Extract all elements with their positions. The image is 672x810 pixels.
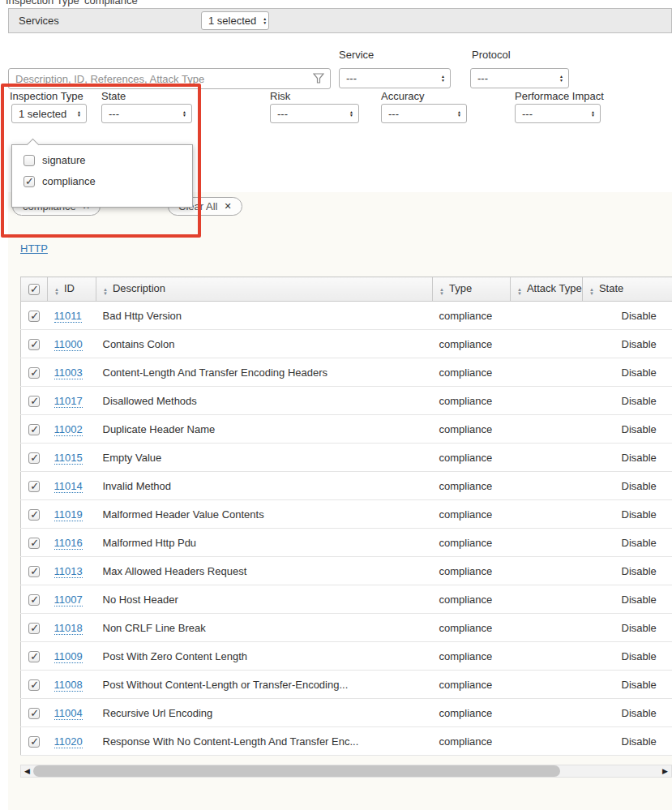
column-header-state[interactable]: State bbox=[583, 277, 672, 302]
section-link-http[interactable]: HTTP bbox=[20, 242, 48, 255]
row-checkbox[interactable] bbox=[28, 708, 40, 719]
row-checkbox[interactable] bbox=[28, 623, 40, 634]
row-checkbox[interactable] bbox=[28, 651, 40, 662]
row-id-link[interactable]: 11008 bbox=[54, 679, 83, 692]
row-checkbox[interactable] bbox=[28, 538, 40, 549]
row-checkbox[interactable] bbox=[28, 396, 40, 407]
inspection-type-select[interactable]: 1 selected bbox=[11, 104, 87, 123]
row-type: compliance bbox=[433, 358, 511, 387]
scroll-left-arrow-icon[interactable] bbox=[21, 765, 33, 777]
row-checkbox[interactable] bbox=[28, 509, 40, 521]
risk-select[interactable]: --- bbox=[270, 104, 359, 123]
row-id-cell: 11017 bbox=[48, 387, 96, 415]
scrollbar-thumb[interactable] bbox=[33, 765, 560, 777]
row-state: Disable bbox=[583, 472, 672, 500]
protocol-select[interactable]: --- bbox=[470, 68, 569, 88]
row-id-link[interactable]: 11003 bbox=[54, 366, 83, 379]
row-description: Post Without Content-Length or Transfer-… bbox=[96, 671, 433, 699]
table-row: 11007 No Host Header compliance Disable bbox=[21, 585, 672, 614]
row-id-link[interactable]: 11013 bbox=[54, 565, 83, 578]
header-select-all-cell bbox=[21, 277, 48, 302]
option-label: signature bbox=[42, 154, 85, 166]
row-description: Bad Http Version bbox=[96, 302, 433, 330]
row-id-link[interactable]: 11020 bbox=[54, 735, 83, 748]
row-select-cell bbox=[21, 330, 48, 358]
row-id-link[interactable]: 11000 bbox=[54, 338, 83, 351]
column-header-id[interactable]: ID bbox=[48, 277, 96, 302]
close-icon[interactable] bbox=[224, 201, 231, 212]
risk-select-value: --- bbox=[277, 108, 288, 120]
table-row: 11003 Content-Length And Transfer Encodi… bbox=[21, 358, 672, 387]
option-checkbox[interactable] bbox=[24, 155, 35, 166]
row-checkbox[interactable] bbox=[28, 424, 40, 435]
scroll-right-arrow-icon[interactable] bbox=[659, 765, 671, 777]
row-select-cell bbox=[21, 614, 48, 642]
row-type: compliance bbox=[433, 302, 511, 330]
accuracy-select[interactable]: --- bbox=[381, 104, 467, 123]
row-id-link[interactable]: 11009 bbox=[54, 650, 83, 663]
column-header-attack-type[interactable]: Attack Type bbox=[511, 277, 583, 302]
column-header-description[interactable]: Description bbox=[96, 277, 433, 302]
row-id-cell: 11009 bbox=[48, 642, 96, 671]
row-attack-type bbox=[511, 472, 583, 500]
accuracy-select-value: --- bbox=[388, 108, 399, 120]
row-id-link[interactable]: 11014 bbox=[54, 480, 83, 493]
option-checkbox[interactable] bbox=[24, 176, 35, 187]
row-description: Contains Colon bbox=[96, 330, 433, 358]
table-row: 11018 Non CRLF Line Break compliance Dis… bbox=[21, 614, 672, 642]
screen: Inspection Type 'compliance' Services 1 … bbox=[0, 0, 672, 810]
row-checkbox[interactable] bbox=[28, 452, 40, 464]
row-state: Disable bbox=[583, 415, 672, 444]
column-header-type[interactable]: Type bbox=[433, 277, 511, 302]
row-checkbox[interactable] bbox=[28, 339, 40, 350]
row-id-link[interactable]: 11016 bbox=[54, 537, 83, 550]
row-select-cell bbox=[21, 727, 48, 756]
search-input[interactable] bbox=[8, 68, 331, 89]
row-description: Recursive Url Encoding bbox=[96, 699, 433, 727]
sort-icon bbox=[103, 288, 108, 296]
state-select[interactable]: --- bbox=[101, 104, 192, 123]
dropdown-option[interactable]: compliance bbox=[24, 175, 181, 187]
row-id-link[interactable]: 11011 bbox=[54, 310, 82, 323]
row-attack-type bbox=[511, 387, 583, 415]
row-id-link[interactable]: 11017 bbox=[54, 395, 83, 408]
service-filter-label: Service bbox=[339, 49, 374, 61]
row-id-link[interactable]: 11019 bbox=[54, 508, 83, 521]
row-id-cell: 11018 bbox=[48, 614, 96, 642]
inspection-type-select-value: 1 selected bbox=[19, 108, 66, 120]
row-description: Post With Zero Content Length bbox=[96, 642, 433, 671]
dropdown-option[interactable]: signature bbox=[24, 154, 181, 166]
row-description: Content-Length And Transfer Encoding Hea… bbox=[96, 358, 433, 387]
row-checkbox[interactable] bbox=[28, 481, 40, 492]
performance-impact-select[interactable]: --- bbox=[515, 104, 601, 123]
row-id-link[interactable]: 11002 bbox=[54, 423, 83, 436]
row-attack-type bbox=[511, 529, 583, 557]
row-attack-type bbox=[511, 671, 583, 699]
row-id-link[interactable]: 11007 bbox=[54, 594, 83, 606]
row-id-cell: 11007 bbox=[48, 585, 96, 614]
row-id-link[interactable]: 11018 bbox=[54, 622, 83, 635]
row-state: Disable bbox=[583, 671, 672, 699]
select-all-checkbox[interactable] bbox=[28, 284, 40, 295]
table-header-row: ID Description Type Attack Type State bbox=[21, 277, 672, 302]
row-id-link[interactable]: 11004 bbox=[54, 707, 83, 720]
row-state: Disable bbox=[583, 500, 672, 529]
row-id-link[interactable]: 11015 bbox=[54, 452, 83, 465]
row-state: Disable bbox=[583, 358, 672, 387]
horizontal-scrollbar[interactable] bbox=[20, 765, 672, 778]
service-select[interactable]: --- bbox=[339, 68, 451, 88]
row-checkbox[interactable] bbox=[28, 311, 40, 322]
row-id-cell: 11008 bbox=[48, 671, 96, 699]
select-arrows-icon bbox=[182, 110, 186, 118]
row-checkbox[interactable] bbox=[28, 679, 40, 691]
row-attack-type bbox=[511, 500, 583, 529]
row-type: compliance bbox=[433, 727, 511, 756]
services-select[interactable]: 1 selected bbox=[201, 11, 269, 30]
row-checkbox[interactable] bbox=[28, 566, 40, 577]
row-checkbox[interactable] bbox=[28, 736, 40, 748]
row-attack-type bbox=[511, 358, 583, 387]
row-checkbox[interactable] bbox=[28, 367, 40, 379]
row-checkbox[interactable] bbox=[28, 594, 40, 606]
table-row: 11013 Max Allowed Headers Request compli… bbox=[21, 557, 672, 585]
row-select-cell bbox=[21, 415, 48, 444]
